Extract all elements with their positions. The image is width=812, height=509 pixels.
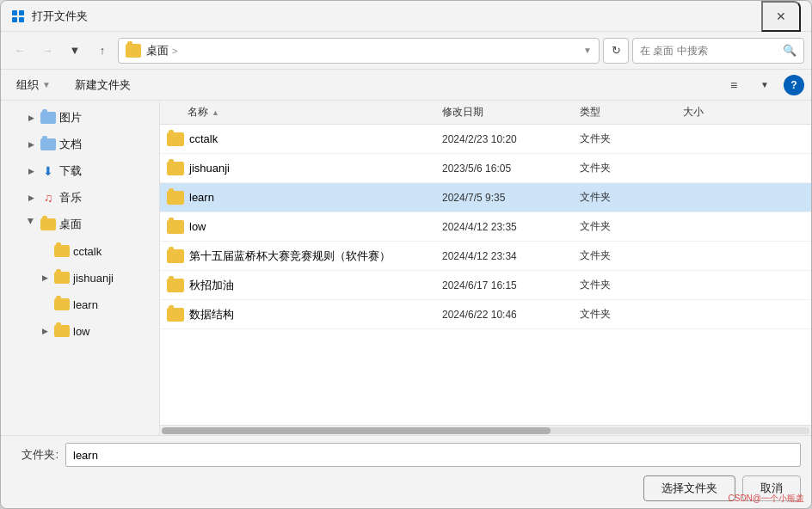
expand-arrow-pictures: ▶ xyxy=(25,113,37,122)
file-folder-icon xyxy=(167,308,184,322)
sidebar-item-music[interactable]: ▶ ♫ 音乐 xyxy=(4,185,156,211)
path-sep: > xyxy=(172,46,177,56)
file-folder-icon xyxy=(167,249,184,263)
sidebar: ▶ 图片 ▶ 文档 ▶ ⬇ 下载 ▶ ♫ 音乐 xyxy=(1,101,160,435)
address-box[interactable]: 桌面 > ▼ xyxy=(118,38,600,64)
low-folder-icon xyxy=(54,325,70,337)
file-type-cell: 文件夹 xyxy=(580,190,683,205)
music-icon: ♫ xyxy=(40,190,56,205)
vscode-icon xyxy=(11,9,25,23)
button-row: 选择文件夹 取消 xyxy=(11,475,801,501)
history-dropdown-button[interactable]: ▼ xyxy=(63,39,87,63)
sidebar-item-cctalk[interactable]: ▶ cctalk xyxy=(4,238,156,264)
file-date-cell: 2024/2/23 10:20 xyxy=(442,133,580,145)
sort-up-icon: ▲ xyxy=(212,108,219,117)
sidebar-label-pictures: 图片 xyxy=(59,110,149,126)
file-folder-icon xyxy=(167,191,184,205)
file-area: 名称 ▲ 修改日期 类型 大小 cctalk xyxy=(160,101,811,435)
col-header-date[interactable]: 修改日期 xyxy=(442,101,580,124)
forward-button[interactable]: → xyxy=(35,39,59,63)
file-folder-icon xyxy=(167,220,184,234)
path-segment1: 桌面 xyxy=(146,43,169,58)
table-row[interactable]: low 2024/4/12 23:35 文件夹 xyxy=(160,212,811,242)
new-folder-button[interactable]: 新建文件夹 xyxy=(66,74,139,96)
folder-name-label: 文件夹: xyxy=(11,447,58,463)
file-type-cell: 文件夹 xyxy=(580,278,683,292)
address-folder-icon xyxy=(126,44,141,58)
col-header-name[interactable]: 名称 ▲ xyxy=(167,101,442,124)
col-header-type[interactable]: 类型 xyxy=(580,101,683,124)
close-button[interactable]: ✕ xyxy=(761,1,801,32)
cctalk-folder-icon xyxy=(54,245,70,257)
file-name-cell: cctalk xyxy=(167,132,442,146)
expand-arrow-documents: ▶ xyxy=(25,140,37,149)
svg-rect-1 xyxy=(19,10,24,15)
file-name-cell: learn xyxy=(167,191,442,205)
title-bar: 打开文件夹 ✕ xyxy=(1,1,811,32)
search-input[interactable] xyxy=(640,45,778,57)
file-date-cell: 2024/6/17 16:15 xyxy=(442,279,580,291)
main-content: ▶ 图片 ▶ 文档 ▶ ⬇ 下载 ▶ ♫ 音乐 xyxy=(1,101,811,435)
file-type-cell: 文件夹 xyxy=(580,161,683,175)
expand-arrow-desktop: ▶ xyxy=(27,218,35,230)
file-type-cell: 文件夹 xyxy=(580,248,683,263)
organize-button[interactable]: 组织 ▼ xyxy=(8,74,59,96)
file-name-cell: 数据结构 xyxy=(167,307,442,322)
sidebar-label-low: low xyxy=(73,325,149,338)
table-row[interactable]: learn 2024/7/5 9:35 文件夹 xyxy=(160,183,811,212)
sidebar-item-documents[interactable]: ▶ 文档 xyxy=(4,132,156,157)
back-button[interactable]: ← xyxy=(8,39,32,63)
open-folder-dialog: 打开文件夹 ✕ ← → ▼ ↑ 桌面 > ▼ ↻ 🔍 组织 ▼ 新建文件夹 xyxy=(0,0,812,509)
svg-rect-3 xyxy=(19,17,24,22)
search-box[interactable]: 🔍 xyxy=(632,38,804,64)
view-options-button[interactable]: ≡ xyxy=(722,73,746,97)
downloads-icon: ⬇ xyxy=(40,163,56,179)
dialog-title: 打开文件夹 xyxy=(32,9,761,24)
svg-rect-2 xyxy=(12,17,17,22)
documents-folder-icon xyxy=(40,138,56,150)
sidebar-item-desktop[interactable]: ▶ 桌面 xyxy=(4,212,156,237)
col-header-size[interactable]: 大小 xyxy=(683,101,804,124)
sidebar-label-jishuanji: jishuanji xyxy=(73,272,149,285)
sidebar-label-music: 音乐 xyxy=(59,190,149,205)
file-name-cell: low xyxy=(167,220,442,234)
table-row[interactable]: jishuanji 2023/5/6 16:05 文件夹 xyxy=(160,154,811,183)
select-folder-button[interactable]: 选择文件夹 xyxy=(643,475,735,501)
sidebar-item-jishuanji[interactable]: ▶ jishuanji xyxy=(4,265,156,291)
file-type-cell: 文件夹 xyxy=(580,219,683,234)
expand-arrow-low: ▶ xyxy=(39,327,51,335)
sidebar-label-desktop: 桌面 xyxy=(59,217,149,232)
sidebar-label-cctalk: cctalk xyxy=(73,245,149,258)
organize-dropdown-icon: ▼ xyxy=(42,80,51,89)
sidebar-item-learn[interactable]: ▶ learn xyxy=(4,291,156,317)
up-button[interactable]: ↑ xyxy=(90,39,114,63)
file-list-header: 名称 ▲ 修改日期 类型 大小 xyxy=(160,101,811,125)
file-name-cell: 第十五届蓝桥杯大赛竞赛规则（软件赛） xyxy=(167,248,442,264)
file-list[interactable]: cctalk 2024/2/23 10:20 文件夹 jishuanji 202… xyxy=(160,125,811,425)
address-path: 桌面 > xyxy=(146,43,177,58)
file-list-scrollbar[interactable] xyxy=(160,425,811,435)
sidebar-item-downloads[interactable]: ▶ ⬇ 下载 xyxy=(4,158,156,184)
search-icon: 🔍 xyxy=(783,44,797,57)
scrollbar-thumb xyxy=(162,427,551,434)
file-type-cell: 文件夹 xyxy=(580,307,683,322)
file-type-cell: 文件夹 xyxy=(580,132,683,146)
sidebar-label-learn: learn xyxy=(73,298,149,311)
desktop-folder-icon xyxy=(40,218,56,230)
help-button[interactable]: ? xyxy=(784,75,804,95)
sidebar-item-pictures[interactable]: ▶ 图片 xyxy=(4,105,156,131)
svg-rect-0 xyxy=(12,10,17,15)
table-row[interactable]: cctalk 2024/2/23 10:20 文件夹 xyxy=(160,125,811,154)
refresh-button[interactable]: ↻ xyxy=(603,38,629,64)
table-row[interactable]: 第十五届蓝桥杯大赛竞赛规则（软件赛） 2024/4/12 23:34 文件夹 xyxy=(160,242,811,271)
sidebar-item-low[interactable]: ▶ low xyxy=(4,318,156,344)
file-date-cell: 2023/5/6 16:05 xyxy=(442,163,580,175)
sidebar-label-documents: 文档 xyxy=(59,137,149,152)
file-date-cell: 2024/7/5 9:35 xyxy=(442,192,580,204)
jishuanji-folder-icon xyxy=(54,272,70,284)
file-name-cell: 秋招加油 xyxy=(167,278,442,293)
folder-name-input[interactable] xyxy=(65,443,801,467)
table-row[interactable]: 秋招加油 2024/6/17 16:15 文件夹 xyxy=(160,271,811,300)
table-row[interactable]: 数据结构 2024/6/22 10:46 文件夹 xyxy=(160,300,811,329)
sort-button[interactable]: ▼ xyxy=(753,73,777,97)
